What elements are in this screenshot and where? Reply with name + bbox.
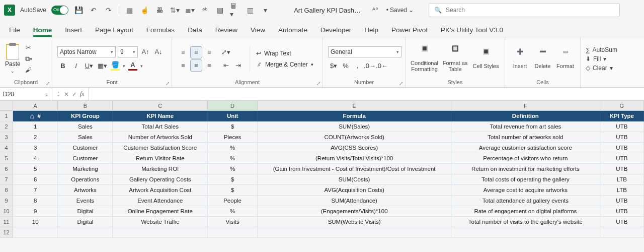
copy-icon[interactable]: ⧉▾ — [24, 54, 34, 64]
table-cell[interactable]: Website Traffic — [113, 217, 208, 227]
decrease-decimal-icon[interactable]: .0← — [376, 60, 387, 72]
borders-button[interactable]: ▦▾ — [97, 60, 108, 72]
customize-qat-icon[interactable]: ▾ — [260, 5, 270, 15]
table-cell[interactable]: UTB — [600, 206, 644, 217]
decrease-font-icon[interactable]: A↓ — [153, 46, 164, 57]
font-name-combo[interactable]: Aptos Narrow▾ — [57, 46, 116, 57]
table-cell[interactable]: Return on investment for marketing effor… — [451, 164, 600, 174]
table-cell[interactable]: Artwork Acquisition Cost — [113, 185, 208, 196]
format-painter-icon[interactable]: 🖌 — [24, 66, 34, 75]
table-cell[interactable]: % — [208, 143, 258, 153]
row-header[interactable]: 7 — [0, 174, 13, 185]
paste-button[interactable]: Paste ⌄ — [5, 44, 21, 74]
italic-button[interactable]: I — [70, 60, 82, 72]
table-cell[interactable]: UTB — [600, 217, 644, 227]
table-cell[interactable] — [600, 227, 644, 238]
table-cell[interactable]: % — [208, 164, 258, 174]
column-header[interactable]: E — [258, 101, 451, 111]
table-header-cell[interactable]: KPI Name — [113, 111, 208, 121]
row-header[interactable]: 9 — [0, 196, 13, 206]
column-header[interactable]: C — [113, 101, 208, 111]
underline-button[interactable]: U▾ — [84, 60, 95, 72]
expand-icon[interactable]: ⋮ — [56, 92, 61, 97]
comma-format-icon[interactable]: , — [352, 60, 363, 72]
column-header[interactable]: D — [208, 101, 258, 111]
increase-font-icon[interactable]: A↑ — [140, 46, 151, 57]
number-format-combo[interactable]: General▾ — [328, 46, 401, 57]
borders-icon[interactable]: ▦ — [124, 5, 134, 15]
table-header-cell[interactable]: ⌂ # — [13, 111, 58, 121]
align-top-icon[interactable]: ≡ — [177, 46, 189, 58]
table-cell[interactable]: $ — [208, 174, 258, 185]
decrease-indent-icon[interactable]: ⇤ — [220, 60, 231, 71]
align-left-icon[interactable]: ≡ — [177, 59, 189, 72]
table-cell[interactable]: LTB — [600, 174, 644, 185]
tab-review[interactable]: Review — [215, 26, 237, 37]
tab-file[interactable]: File — [9, 26, 20, 37]
table-cell[interactable]: % — [208, 206, 258, 217]
tab-help[interactable]: Help — [364, 26, 378, 37]
table-cell[interactable]: UTB — [600, 132, 644, 143]
table-cell[interactable]: Customer — [58, 143, 113, 153]
freeze-panes-icon[interactable]: ▤ — [215, 5, 225, 15]
table-cell[interactable]: Sales — [58, 121, 113, 132]
column-header[interactable]: G — [600, 101, 644, 111]
table-cell[interactable]: Total costs of operating the gallery — [451, 174, 600, 185]
name-box[interactable]: D20 ⌄ — [0, 88, 52, 100]
number-launcher-icon[interactable]: ⤢ — [399, 81, 403, 86]
table-cell[interactable]: 6 — [13, 174, 58, 185]
table-cell[interactable] — [208, 227, 258, 238]
table-cell[interactable]: Return Visitor Rate — [113, 153, 208, 164]
autosave-toggle[interactable]: On — [51, 6, 68, 15]
table-cell[interactable] — [13, 227, 58, 238]
percent-format-icon[interactable]: % — [340, 60, 351, 72]
font-color-button[interactable]: A — [127, 60, 138, 72]
table-cell[interactable]: Sales — [58, 132, 113, 143]
alignment-launcher-icon[interactable]: ⤢ — [316, 81, 320, 86]
table-cell[interactable]: Total number of artworks sold — [451, 132, 600, 143]
insert-cells-button[interactable]: ➕ Insert — [510, 48, 530, 69]
table-cell[interactable]: 3 — [13, 143, 58, 153]
row-header[interactable]: 10 — [0, 206, 13, 217]
redo-icon[interactable]: ↷ — [104, 5, 114, 15]
column-header[interactable]: B — [58, 101, 113, 111]
row-header[interactable]: 5 — [0, 153, 13, 164]
table-cell[interactable]: COUNT(Artworks Sold) — [258, 132, 451, 143]
table-cell[interactable]: 4 — [13, 153, 58, 164]
table-cell[interactable] — [113, 227, 208, 238]
tab-automate[interactable]: Automate — [278, 26, 307, 37]
wrap-text-button[interactable]: ↩ Wrap Text — [256, 50, 313, 57]
table-cell[interactable]: AVG(CSS Scores) — [258, 143, 451, 153]
table-cell[interactable]: Total Art Sales — [113, 121, 208, 132]
table-cell[interactable]: SUM(Sales) — [258, 121, 451, 132]
table-cell[interactable]: % — [208, 153, 258, 164]
format-cells-button[interactable]: ▭ Format — [555, 48, 575, 69]
table-cell[interactable]: LTB — [600, 185, 644, 196]
row-header[interactable]: 6 — [0, 164, 13, 174]
tab-insert[interactable]: Insert — [65, 26, 82, 37]
clear-button[interactable]: ◇Clear▾ — [586, 65, 617, 72]
increase-indent-icon[interactable]: ⇥ — [232, 60, 244, 71]
table-header-cell[interactable]: Definition — [451, 111, 600, 121]
table-cell[interactable]: Gallery Operating Costs — [113, 174, 208, 185]
table-cell[interactable]: Customer — [58, 153, 113, 164]
cancel-formula-icon[interactable]: ✕ — [64, 91, 69, 98]
table-cell[interactable]: Event Attendance — [113, 196, 208, 206]
fill-button[interactable]: ⬇Fill▾ — [586, 55, 617, 62]
increase-decimal-icon[interactable]: .0→ — [364, 60, 375, 72]
align-middle-icon[interactable]: ≡ — [190, 46, 202, 58]
font-launcher-icon[interactable]: ⤢ — [166, 81, 170, 86]
table-cell[interactable]: Average cost to acquire artworks — [451, 185, 600, 196]
table-cell[interactable]: Rate of engagement on digital platforms — [451, 206, 600, 217]
orientation-icon[interactable]: ⤢▾ — [220, 47, 231, 58]
sensitivity-icon[interactable]: ᴬ° — [372, 6, 378, 14]
table-header-cell[interactable]: Formula — [258, 111, 451, 121]
table-cell[interactable]: SUM(Website Visits) — [258, 217, 451, 227]
row-header[interactable]: 12 — [0, 227, 13, 238]
font-size-combo[interactable]: 9▾ — [118, 46, 138, 57]
table-cell[interactable]: SUM(Costs) — [258, 174, 451, 185]
table-cell[interactable]: Total revenue from art sales — [451, 121, 600, 132]
calculator-icon[interactable]: 🖩▾ — [230, 5, 240, 15]
table-cell[interactable]: Number of Artworks Sold — [113, 132, 208, 143]
cut-icon[interactable]: ✂ — [24, 43, 34, 52]
